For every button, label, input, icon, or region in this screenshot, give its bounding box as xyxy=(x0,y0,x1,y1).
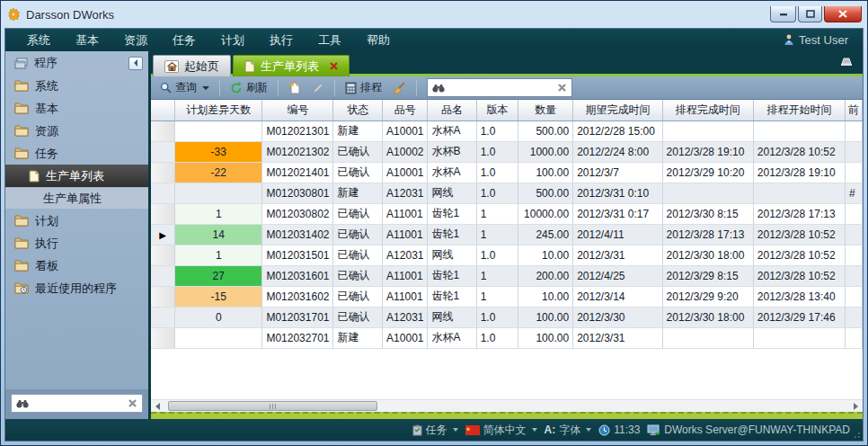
table-row[interactable]: 0M012031701已确认A12031网线1.0100.002012/3/30… xyxy=(151,307,863,327)
cell-前[interactable] xyxy=(845,120,862,141)
cell-计划差异天数[interactable]: -15 xyxy=(175,286,262,307)
cell-品名[interactable]: 齿轮1 xyxy=(428,286,476,307)
cell-排程完成时间[interactable]: 2012/3/29 9:20 xyxy=(662,286,753,307)
menu-item[interactable]: 执行 xyxy=(257,30,306,51)
cell-计划差异天数[interactable] xyxy=(175,183,262,203)
cell-品名[interactable]: 水杯A xyxy=(428,120,476,141)
cell-品名[interactable]: 网线 xyxy=(428,245,476,265)
cell-状态[interactable]: 已确认 xyxy=(333,245,383,265)
cell-期望完成时间[interactable]: 2012/3/31 xyxy=(573,327,662,348)
minimize-button[interactable] xyxy=(770,6,796,22)
row-indicator-cell[interactable] xyxy=(151,183,175,203)
table-row[interactable]: M012032701新建A10001水杯A1.0100.002012/3/31 xyxy=(151,327,863,348)
cell-计划差异天数[interactable] xyxy=(175,120,262,141)
cell-编号[interactable]: M012031602 xyxy=(262,286,333,307)
cell-排程完成时间[interactable]: 2012/3/30 18:00 xyxy=(662,307,753,327)
cell-前[interactable] xyxy=(845,327,862,348)
cell-状态[interactable]: 已确认 xyxy=(333,162,383,183)
cell-期望完成时间[interactable]: 2012/3/31 xyxy=(573,245,662,265)
tab-close-icon[interactable] xyxy=(330,62,338,70)
sidebar-item-任务[interactable]: 任务 xyxy=(5,142,148,165)
cell-版本[interactable]: 1 xyxy=(476,265,518,286)
table-row[interactable]: 1M012030802已确认A11001齿轮1110000.002012/3/3… xyxy=(151,203,863,224)
cell-计划差异天数[interactable]: 27 xyxy=(175,265,262,286)
cell-编号[interactable]: M012031501 xyxy=(262,245,333,265)
cell-编号[interactable]: M012021301 xyxy=(262,120,333,141)
menu-item[interactable]: 任务 xyxy=(160,30,208,51)
cell-数量[interactable]: 10.00 xyxy=(518,245,573,265)
sidebar-item-生产单列表[interactable]: 生产单列表 xyxy=(5,165,148,187)
cell-品名[interactable]: 水杯A xyxy=(428,162,476,183)
cell-品名[interactable]: 齿轮1 xyxy=(428,265,476,286)
statusbar-font[interactable]: A: 字体 xyxy=(545,423,592,438)
cell-期望完成时间[interactable]: 2012/3/31 0:17 xyxy=(573,203,662,224)
cell-数量[interactable]: 10000.00 xyxy=(518,203,573,224)
cell-品号[interactable]: A11001 xyxy=(383,224,428,245)
cell-品名[interactable]: 水杯B xyxy=(428,141,476,162)
cell-前[interactable] xyxy=(845,245,862,265)
table-row[interactable]: -33M012021302已确认A10002水杯B1.01000.002012/… xyxy=(151,141,863,162)
user-badge[interactable]: Test User xyxy=(784,33,854,47)
cell-状态[interactable]: 已确认 xyxy=(333,286,383,307)
row-indicator-cell[interactable] xyxy=(151,327,175,348)
cell-数量[interactable]: 100.00 xyxy=(518,307,573,327)
row-indicator-cell[interactable] xyxy=(151,286,175,307)
cell-状态[interactable]: 已确认 xyxy=(333,224,383,245)
cell-编号[interactable]: M012031402 xyxy=(262,224,333,245)
sidebar-item-生产单属性[interactable]: 生产单属性 xyxy=(5,187,148,210)
cell-品名[interactable]: 齿轮1 xyxy=(428,224,476,245)
cell-前[interactable]: # xyxy=(845,183,862,203)
cell-排程完成时间[interactable]: 2012/3/30 18:00 xyxy=(662,245,753,265)
row-indicator-cell[interactable] xyxy=(151,203,175,224)
resize-grip[interactable] xyxy=(852,430,861,439)
cell-计划差异天数[interactable]: -22 xyxy=(175,162,262,183)
scrollbar-thumb[interactable] xyxy=(168,401,377,411)
column-header-前[interactable]: 前 xyxy=(845,100,862,120)
sidebar-item-资源[interactable]: 资源 xyxy=(5,120,148,142)
row-indicator-cell[interactable] xyxy=(151,141,175,162)
row-indicator-cell[interactable] xyxy=(151,162,175,183)
cell-期望完成时间[interactable]: 2012/3/31 0:10 xyxy=(573,183,662,203)
cell-品号[interactable]: A10002 xyxy=(383,141,428,162)
scroll-right-button[interactable] xyxy=(849,400,863,413)
cell-排程开始时间[interactable] xyxy=(753,120,845,141)
table-row[interactable]: ▶14M012031402已确认A11001齿轮11245.002012/4/1… xyxy=(151,224,863,245)
cell-前[interactable] xyxy=(845,307,862,327)
tab-起始页[interactable]: 起始页 xyxy=(153,55,231,76)
cell-状态[interactable]: 已确认 xyxy=(333,203,383,224)
cell-排程完成时间[interactable]: 2012/3/28 17:13 xyxy=(662,224,753,245)
cell-排程完成时间[interactable] xyxy=(662,120,753,141)
cell-数量[interactable]: 10.00 xyxy=(518,286,573,307)
cell-数量[interactable]: 100.00 xyxy=(518,327,573,348)
menu-item[interactable]: 计划 xyxy=(208,30,257,51)
cell-品号[interactable]: A11001 xyxy=(383,203,428,224)
column-header-排程开始时间[interactable]: 排程开始时间 xyxy=(753,100,845,120)
column-header-编号[interactable]: 编号 xyxy=(262,100,333,120)
cell-品名[interactable]: 水杯A xyxy=(428,327,476,348)
cell-品号[interactable]: A11001 xyxy=(383,265,428,286)
panel-pin-icon[interactable] xyxy=(839,56,854,67)
cell-数量[interactable]: 1000.00 xyxy=(518,141,573,162)
row-indicator-cell[interactable]: ▶ xyxy=(151,224,175,245)
cell-版本[interactable]: 1 xyxy=(476,224,518,245)
cell-状态[interactable]: 新建 xyxy=(333,120,383,141)
schedule-button[interactable]: 排程 xyxy=(341,78,385,97)
cell-编号[interactable]: M012030801 xyxy=(262,183,333,203)
sidebar-item-系统[interactable]: 系统 xyxy=(5,75,148,97)
cell-排程开始时间[interactable]: 2012/3/29 17:46 xyxy=(753,307,845,327)
cell-品名[interactable]: 齿轮1 xyxy=(428,203,476,224)
cell-期望完成时间[interactable]: 2012/2/24 8:00 xyxy=(573,141,662,162)
menu-item[interactable]: 基本 xyxy=(63,30,111,51)
row-indicator-cell[interactable] xyxy=(151,245,175,265)
query-button[interactable]: 查询 xyxy=(156,78,213,97)
cell-数量[interactable]: 245.00 xyxy=(518,224,573,245)
cell-状态[interactable]: 新建 xyxy=(333,183,383,203)
row-indicator-cell[interactable] xyxy=(151,307,175,327)
sidebar-search-input[interactable] xyxy=(33,397,123,411)
cell-排程完成时间[interactable] xyxy=(662,183,753,203)
column-header-品号[interactable]: 品号 xyxy=(383,100,428,120)
column-header-数量[interactable]: 数量 xyxy=(518,100,573,120)
menu-item[interactable]: 帮助 xyxy=(354,30,403,51)
cell-排程开始时间[interactable]: 2012/3/28 10:52 xyxy=(753,224,845,245)
cell-排程开始时间[interactable]: 2012/3/28 13:40 xyxy=(753,286,845,307)
